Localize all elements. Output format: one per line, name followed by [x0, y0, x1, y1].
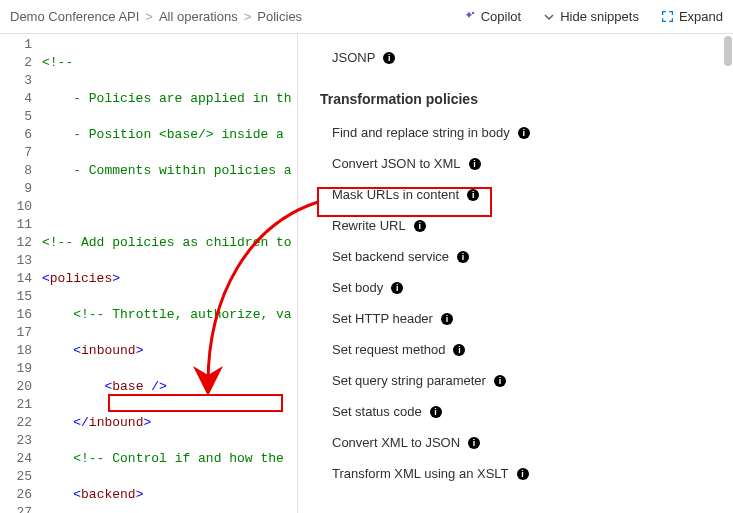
snippets-panel: JSONP i Transformation policies Find and…: [298, 34, 733, 513]
code-text: <!--: [73, 307, 104, 322]
policy-item-mask-urls[interactable]: Mask URLs in content i: [320, 179, 717, 210]
code-text: >: [136, 343, 144, 358]
line-number: 10: [0, 198, 32, 216]
code-text: <: [73, 343, 81, 358]
info-icon[interactable]: i: [468, 437, 480, 449]
expand-icon: [661, 10, 674, 23]
info-icon[interactable]: i: [441, 313, 453, 325]
code-text: <!--: [42, 55, 73, 70]
info-icon[interactable]: i: [383, 52, 395, 64]
policy-item-set-backend[interactable]: Set backend service i: [320, 241, 717, 272]
info-icon[interactable]: i: [467, 189, 479, 201]
code-text: [42, 415, 73, 430]
code-text: backend: [81, 487, 136, 502]
breadcrumb-item-policies[interactable]: Policies: [257, 9, 302, 24]
code-text: >: [143, 415, 151, 430]
line-number: 24: [0, 450, 32, 468]
code-text: - Position <base/> inside a: [42, 127, 284, 142]
expand-button[interactable]: Expand: [661, 9, 723, 24]
info-icon[interactable]: i: [517, 468, 529, 480]
code-text: Throttle, authorize, va: [104, 307, 291, 322]
policy-item-set-http-header[interactable]: Set HTTP header i: [320, 303, 717, 334]
code-text: <: [73, 487, 81, 502]
main-area: 1 2 3 4 5 6 7 8 9 10 11 12 13 14 15 16 1…: [0, 34, 733, 513]
policy-label: JSONP: [332, 50, 375, 65]
policy-label: Set body: [332, 280, 383, 295]
policy-label: Find and replace string in body: [332, 125, 510, 140]
breadcrumb-item-api[interactable]: Demo Conference API: [10, 9, 139, 24]
info-icon[interactable]: i: [391, 282, 403, 294]
policy-label: Set backend service: [332, 249, 449, 264]
code-text: - Comments within policies a: [42, 163, 292, 178]
code-text: [42, 487, 73, 502]
policy-label: Set request method: [332, 342, 445, 357]
info-icon[interactable]: i: [457, 251, 469, 263]
policy-item-rewrite-url[interactable]: Rewrite URL i: [320, 210, 717, 241]
line-number: 11: [0, 216, 32, 234]
line-number: 2: [0, 54, 32, 72]
copilot-icon: [462, 10, 476, 24]
line-number: 18: [0, 342, 32, 360]
info-icon[interactable]: i: [494, 375, 506, 387]
code-editor[interactable]: 1 2 3 4 5 6 7 8 9 10 11 12 13 14 15 16 1…: [0, 34, 298, 513]
line-number: 17: [0, 324, 32, 342]
line-number: 5: [0, 108, 32, 126]
code-text: <!--: [73, 451, 104, 466]
line-number: 7: [0, 144, 32, 162]
policy-item-json-to-xml[interactable]: Convert JSON to XML i: [320, 148, 717, 179]
code-text: [42, 451, 73, 466]
code-content[interactable]: <!-- - Policies are applied in th - Posi…: [42, 34, 292, 513]
line-number: 23: [0, 432, 32, 450]
line-number: 8: [0, 162, 32, 180]
line-number: 22: [0, 414, 32, 432]
code-text: </: [73, 415, 89, 430]
copilot-label: Copilot: [481, 9, 521, 24]
line-number: 25: [0, 468, 32, 486]
line-number: 9: [0, 180, 32, 198]
code-text: [42, 379, 104, 394]
policy-label: Set HTTP header: [332, 311, 433, 326]
line-number: 1: [0, 36, 32, 54]
code-text: inbound: [89, 415, 144, 430]
policy-item-find-replace[interactable]: Find and replace string in body i: [320, 117, 717, 148]
svg-point-0: [472, 11, 474, 13]
expand-label: Expand: [679, 9, 723, 24]
policy-item-xml-to-json[interactable]: Convert XML to JSON i: [320, 427, 717, 458]
code-text: <!--: [42, 235, 73, 250]
code-text: Control if and how the: [104, 451, 283, 466]
policy-label: Transform XML using an XSLT: [332, 466, 509, 481]
info-icon[interactable]: i: [453, 344, 465, 356]
info-icon[interactable]: i: [518, 127, 530, 139]
scrollbar-thumb[interactable]: [724, 36, 732, 66]
policy-item-set-status-code[interactable]: Set status code i: [320, 396, 717, 427]
toolbar-actions: Copilot Hide snippets Expand: [462, 9, 723, 24]
hide-snippets-button[interactable]: Hide snippets: [543, 9, 639, 24]
code-text: [42, 343, 73, 358]
code-text: >: [112, 271, 120, 286]
line-number: 20: [0, 378, 32, 396]
policy-item-transform-xslt[interactable]: Transform XML using an XSLT i: [320, 458, 717, 489]
line-number: 3: [0, 72, 32, 90]
policy-item-set-body[interactable]: Set body i: [320, 272, 717, 303]
info-icon[interactable]: i: [414, 220, 426, 232]
line-number: 16: [0, 306, 32, 324]
policy-item-set-query-string[interactable]: Set query string parameter i: [320, 365, 717, 396]
info-icon[interactable]: i: [430, 406, 442, 418]
policy-item-set-request-method[interactable]: Set request method i: [320, 334, 717, 365]
top-bar: Demo Conference API > All operations > P…: [0, 0, 733, 34]
code-text: <: [42, 271, 50, 286]
policy-label: Convert JSON to XML: [332, 156, 461, 171]
code-text: - Policies are applied in th: [42, 91, 292, 106]
copilot-button[interactable]: Copilot: [462, 9, 521, 24]
code-text: inbound: [81, 343, 136, 358]
line-number: 12: [0, 234, 32, 252]
policy-item-jsonp[interactable]: JSONP i: [320, 42, 717, 73]
code-text: Add policies as children to: [73, 235, 291, 250]
policy-label: Set status code: [332, 404, 422, 419]
breadcrumb-item-operations[interactable]: All operations: [159, 9, 238, 24]
line-number: 27: [0, 504, 32, 513]
info-icon[interactable]: i: [469, 158, 481, 170]
breadcrumb: Demo Conference API > All operations > P…: [10, 9, 302, 24]
code-text: >: [136, 487, 144, 502]
policy-label: Rewrite URL: [332, 218, 406, 233]
